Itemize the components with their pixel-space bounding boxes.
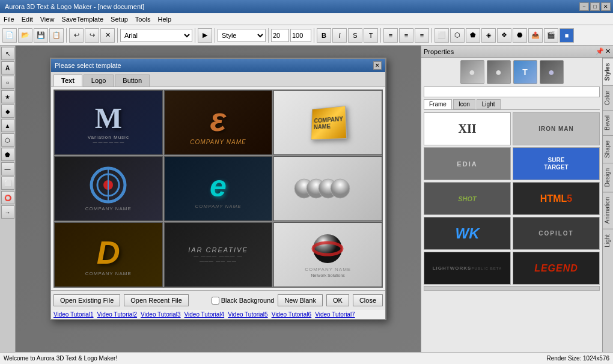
save-button[interactable]: 💾 xyxy=(34,28,48,43)
video-link-6[interactable]: Video Tutorial6 xyxy=(272,311,312,318)
select-tool[interactable]: ↖ xyxy=(1,47,14,60)
tab-frame[interactable]: Frame xyxy=(424,99,452,109)
export-button[interactable]: 📤 xyxy=(528,28,543,43)
close-button[interactable]: ✕ xyxy=(601,2,611,11)
template-item[interactable]: ε COMPANY NAME xyxy=(164,90,273,155)
vtab-design[interactable]: Design xyxy=(603,163,613,192)
video-link-2[interactable]: Video Tutorial2 xyxy=(97,311,138,318)
menu-setup[interactable]: Setup xyxy=(107,14,132,24)
menu-file[interactable]: File xyxy=(0,14,18,24)
shadow-button[interactable]: S xyxy=(348,28,362,43)
style-thumb-4[interactable]: ● xyxy=(540,60,564,84)
vtab-light[interactable]: Light xyxy=(603,229,613,252)
video-link-1[interactable]: Video Tutorial1 xyxy=(53,311,94,318)
undo-button[interactable]: ↩ xyxy=(69,28,84,43)
style-thumb-3[interactable]: T xyxy=(513,60,537,84)
triangle-tool[interactable]: ▲ xyxy=(1,119,14,132)
ring-tool[interactable]: ⭕ xyxy=(1,191,14,204)
tab-logo[interactable]: Logo xyxy=(84,74,114,86)
vtab-bevel[interactable]: Bevel xyxy=(603,110,613,135)
menu-edit[interactable]: Edit xyxy=(18,14,37,24)
arrow-tool[interactable]: → xyxy=(1,205,14,219)
bold-button[interactable]: B xyxy=(317,28,331,43)
shape6[interactable]: ⬣ xyxy=(513,28,527,43)
new-button[interactable]: 📄 xyxy=(2,28,17,43)
template-item[interactable]: IAR CREATIVE — ——— ——— — ——— —— —— xyxy=(164,222,273,287)
menu-help[interactable]: Help xyxy=(154,14,175,24)
canvas-area[interactable]: SL Please select template ✕ Text Logo Bu… xyxy=(16,46,421,352)
maximize-button[interactable]: □ xyxy=(590,2,600,11)
shape4[interactable]: ◈ xyxy=(481,28,496,43)
shape5[interactable]: ❖ xyxy=(497,28,511,43)
italic-button[interactable]: I xyxy=(332,28,347,43)
template-item[interactable]: COMPANYNAME xyxy=(273,90,382,155)
align-center[interactable]: ≡ xyxy=(399,28,413,43)
video-link-3[interactable]: Video Tutorial3 xyxy=(141,311,181,318)
render-button[interactable]: 🎬 xyxy=(544,28,558,43)
open-recent-button[interactable]: Open Recent File xyxy=(124,294,189,306)
zoom-input[interactable] xyxy=(290,29,311,42)
menu-savetemplate[interactable]: SaveTemplate xyxy=(58,14,107,24)
template-item[interactable]: COMPANY NAME Network Solutions xyxy=(273,222,382,287)
vtab-shape[interactable]: Shape xyxy=(603,135,613,163)
style-html5[interactable]: HTML5 xyxy=(513,182,600,215)
video-link-7[interactable]: Video Tutorial7 xyxy=(315,311,355,318)
style-legend[interactable]: LEGEND xyxy=(513,252,600,285)
hex-tool[interactable]: ⬡ xyxy=(1,133,14,147)
play-button[interactable]: ▶ xyxy=(198,28,212,43)
new-blank-button[interactable]: New Blank xyxy=(278,294,323,306)
rect-tool[interactable]: ⬟ xyxy=(1,148,14,161)
style-edia[interactable]: EDIA xyxy=(424,147,511,180)
props-pin-button[interactable]: 📌 xyxy=(596,47,604,55)
black-bg-checkbox[interactable] xyxy=(212,297,219,305)
redo-button[interactable]: ↪ xyxy=(85,28,99,43)
style-shot[interactable]: SHOT xyxy=(424,182,511,215)
style-ironman[interactable]: IRON MAN xyxy=(513,112,600,145)
template-item[interactable] xyxy=(273,156,382,221)
style-copilot[interactable]: COPILOT xyxy=(513,217,600,250)
font-combo[interactable]: Arial xyxy=(120,29,192,42)
menu-tools[interactable]: Tools xyxy=(132,14,154,24)
dialog-close-button[interactable]: ✕ xyxy=(373,61,382,70)
menu-view[interactable]: View xyxy=(37,14,58,24)
close-dialog-button[interactable]: Close xyxy=(353,294,383,306)
circle-tool[interactable]: ○ xyxy=(1,76,14,89)
vtab-animation[interactable]: Animation xyxy=(603,192,613,228)
style-lightworks[interactable]: LIGHTWORKSPUBLIC BETA xyxy=(424,252,511,285)
style-thumb-2[interactable]: ● xyxy=(487,60,511,84)
text-format-button[interactable]: T xyxy=(364,28,378,43)
style-wk[interactable]: WK xyxy=(424,217,511,250)
style-sure-target[interactable]: SURETARGET xyxy=(513,147,600,180)
video-link-5[interactable]: Video Tutorial5 xyxy=(228,311,268,318)
size-input[interactable] xyxy=(271,29,289,42)
template-item[interactable]: M Variation Music — — — — — — xyxy=(54,90,163,155)
diamond-tool[interactable]: ◆ xyxy=(1,105,14,118)
text-tool[interactable]: A xyxy=(1,61,14,74)
tab-text[interactable]: Text xyxy=(53,74,82,86)
tab-button[interactable]: Button xyxy=(115,74,150,86)
video-link-4[interactable]: Video Tutorial4 xyxy=(185,311,225,318)
tab-light[interactable]: Light xyxy=(477,99,501,109)
line-tool[interactable]: — xyxy=(1,162,14,175)
vtab-color[interactable]: Color xyxy=(603,85,613,110)
align-right[interactable]: ≡ xyxy=(415,28,429,43)
save-as-button[interactable]: 📋 xyxy=(49,28,64,43)
shape2[interactable]: ⬡ xyxy=(450,28,465,43)
vtab-styles[interactable]: Styles xyxy=(603,58,613,85)
open-existing-button[interactable]: Open Existing File xyxy=(53,294,120,306)
star-tool[interactable]: ★ xyxy=(1,90,14,103)
open-button[interactable]: 📂 xyxy=(18,28,32,43)
shape3[interactable]: ⬟ xyxy=(466,28,480,43)
style-scrollbar[interactable] xyxy=(424,286,600,291)
delete-button[interactable]: ✕ xyxy=(100,28,115,43)
style-thumb-1[interactable]: ● xyxy=(460,60,484,84)
template-item[interactable]: COMPANY NAME xyxy=(54,156,163,221)
props-close-button[interactable]: ✕ xyxy=(605,47,611,55)
bg-button[interactable]: ■ xyxy=(560,28,574,43)
template-item[interactable]: e COMPANY NAME xyxy=(164,156,273,221)
style-search-input[interactable] xyxy=(424,86,600,97)
tab-icon[interactable]: Icon xyxy=(453,99,475,109)
style-combo[interactable]: Style xyxy=(218,29,266,42)
align-left[interactable]: ≡ xyxy=(383,28,398,43)
minimize-button[interactable]: − xyxy=(579,2,589,11)
